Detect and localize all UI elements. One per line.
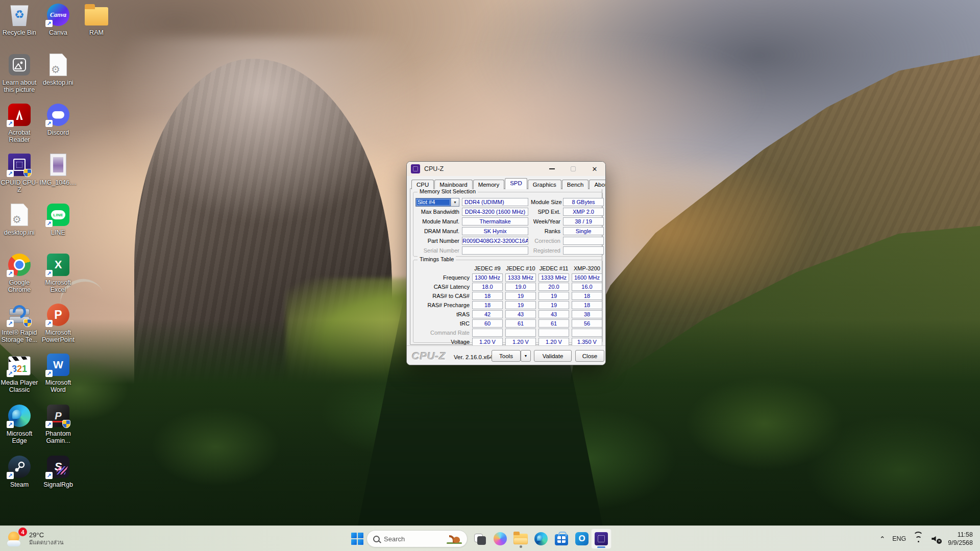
tab-about[interactable]: About (589, 180, 606, 189)
timing-cell: 38 (572, 310, 602, 318)
shortcut-arrow-icon: ↗ (45, 370, 53, 377)
field-part-number: R009D408GX2-3200C16A (462, 237, 528, 245)
field-week-year: 38 / 19 (563, 217, 604, 226)
title-bar[interactable]: CPU-Z ✕ (407, 162, 605, 176)
shortcut-arrow-icon: ↗ (7, 421, 14, 428)
timing-cell: 19.0 (505, 283, 536, 291)
desktop-icon-learn-about[interactable]: Learn about this picture (0, 52, 39, 93)
desktop-icon-intel-rst[interactable]: ↗ Intel® Rapid Storage Te... (0, 302, 39, 343)
desktop-icon-recycle-bin[interactable]: ♻ Recycle Bin (0, 2, 39, 36)
outlook-icon: O (575, 532, 589, 545)
desktop-icon-chrome[interactable]: ↗ Google Chrome (0, 252, 39, 293)
clock[interactable]: 11:58 9/9/2568 (948, 531, 973, 547)
chevron-down-icon[interactable]: ▼ (451, 198, 459, 206)
timing-cell (572, 329, 602, 337)
timing-cell: 18 (572, 292, 602, 300)
timing-cell: 1.20 V (472, 338, 503, 346)
desktop-icon-steam[interactable]: ↗ Steam (0, 454, 39, 488)
desktop-icon-mpc[interactable]: 321 ↗ Media Player Classic (0, 352, 39, 393)
tab-spd[interactable]: SPD (505, 178, 527, 189)
desktop-icon-discord[interactable]: ↗ Discord (39, 102, 78, 136)
close-window-button[interactable]: Close (575, 350, 604, 362)
label-correction: Correction (531, 237, 560, 245)
timing-cell: 1300 MHz (472, 273, 503, 282)
shortcut-arrow-icon: ↗ (7, 370, 14, 377)
desktop-icon-desktop-ini-2[interactable]: ⚙ desktop.ini (0, 202, 39, 236)
field-dram-manuf: SK Hynix (462, 227, 528, 235)
microsoft-store-icon (555, 534, 568, 545)
uac-shield-icon (23, 319, 32, 327)
desktop-icon-excel[interactable]: X ↗ Microsoft Excel (39, 252, 78, 293)
tab-bench[interactable]: Bench (562, 180, 589, 189)
tab-mainboard[interactable]: Mainboard (434, 180, 472, 189)
desktop-icon-ram-folder[interactable]: RAM (77, 2, 116, 36)
timing-cell: 56 (572, 319, 602, 328)
timing-cell (472, 329, 503, 337)
desktop-icon-area: ♻ Recycle Bin Canva ↗ Canva RAM Learn ab… (0, 0, 122, 515)
cpuz-window: CPU-Z ✕ CPU Mainboard Memory SPD Graphic… (406, 161, 606, 365)
field-module-size: 8 GBytes (563, 198, 604, 206)
desktop-icon-edge[interactable]: ↗ Microsoft Edge (0, 403, 39, 444)
cpuz-taskbar-button[interactable] (591, 529, 611, 549)
row-label-command-rate: Command Rate (415, 329, 470, 337)
desktop-icon-powerpoint[interactable]: P ↗ Microsoft PowerPoint (39, 302, 78, 343)
slot-select-dropdown[interactable]: Slot #4 ▼ (415, 198, 459, 207)
microsoft-store-button[interactable] (551, 529, 572, 549)
start-button[interactable] (347, 529, 368, 549)
maximize-button (562, 162, 584, 176)
tab-cpu[interactable]: CPU (411, 180, 434, 189)
row-label-tras: tRAS (415, 310, 470, 318)
desktop-icon-phantom-gaming[interactable]: P ↗ Phantom Gamin... (39, 403, 78, 444)
memory-slot-selection-group: Memory Slot Selection Slot #4 ▼ DDR4 (UD… (413, 192, 603, 257)
tools-dropdown-arrow[interactable]: ▼ (521, 350, 531, 362)
cpuz-app-icon (411, 164, 420, 173)
volume-muted-icon[interactable]: ✕ (930, 535, 941, 543)
shortcut-arrow-icon: ↗ (45, 120, 53, 127)
tab-memory[interactable]: Memory (473, 180, 505, 189)
outlook-button[interactable]: O (572, 529, 592, 549)
language-indicator[interactable]: ENG (892, 535, 906, 542)
timing-cell: 60 (472, 319, 503, 328)
weather-widget[interactable]: 4 29°C มีแดดบางส่วน (4, 526, 67, 551)
timing-cell: 18 (472, 301, 503, 309)
desktop-icon-desktop-ini[interactable]: ⚙ desktop.ini (39, 52, 78, 86)
desktop-icon-canva[interactable]: Canva ↗ Canva (39, 2, 78, 36)
timing-cell: 20.0 (538, 283, 569, 291)
timing-cell: 1.20 V (538, 338, 569, 346)
close-button[interactable]: ✕ (584, 162, 605, 176)
timing-cell: 1600 MHz (572, 273, 602, 282)
desktop-icon-img-file[interactable]: IMG_1046.... (39, 152, 78, 186)
task-view-button[interactable] (470, 529, 490, 549)
validate-button[interactable]: Validate (534, 350, 572, 362)
tray-chevron-up-icon[interactable]: ⌃ (879, 535, 885, 543)
shortcut-arrow-icon: ↗ (45, 220, 53, 227)
tab-graphics[interactable]: Graphics (528, 180, 561, 189)
desktop-icon-cpuid-cpuz[interactable]: ↗ CPUID CPU-Z (0, 152, 39, 193)
shortcut-arrow-icon: ↗ (45, 421, 53, 428)
timing-cell: 43 (505, 310, 536, 318)
edge-icon (534, 532, 548, 545)
slot-selected-value: Slot #4 (416, 198, 451, 206)
file-explorer-button[interactable] (510, 529, 531, 549)
label-spd-ext: SPD Ext. (531, 208, 560, 216)
label-module-manuf: Module Manuf. (415, 217, 459, 226)
minimize-button[interactable] (541, 162, 562, 176)
version-text: Ver. 2.16.0.x64 (454, 354, 493, 360)
tools-button[interactable]: Tools (492, 350, 521, 362)
file-explorer-icon (513, 534, 528, 544)
row-label-ras-precharge: RAS# Precharge (415, 301, 470, 309)
desktop-icon-word[interactable]: W ↗ Microsoft Word (39, 352, 78, 393)
desktop-icon-acrobat[interactable]: ↗ Acrobat Reader (0, 102, 39, 143)
timing-cell (538, 329, 569, 337)
desktop-icon-line[interactable]: LINE ↗ LINE (39, 202, 78, 236)
desktop-icon-signalrgb[interactable]: S ↗ SignalRgb (39, 454, 78, 488)
copilot-button[interactable] (490, 529, 510, 549)
edge-button[interactable] (531, 529, 551, 549)
col-header-jedec10: JEDEC #10 (505, 265, 536, 271)
field-correction (563, 237, 604, 245)
timing-cell: 1333 MHz (538, 273, 569, 282)
search-box[interactable]: Search (366, 530, 468, 547)
row-label-voltage: Voltage (415, 338, 470, 346)
timing-cell: 19 (538, 292, 569, 300)
wifi-icon[interactable] (913, 535, 923, 543)
